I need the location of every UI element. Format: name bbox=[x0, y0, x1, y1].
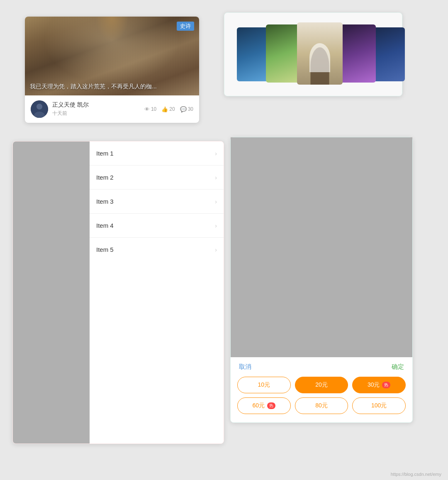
payment-100-button[interactable]: 100元 bbox=[352, 397, 406, 414]
cropper-image-area bbox=[231, 137, 412, 357]
likes-count: 20 bbox=[169, 106, 175, 112]
payment-10-label: 10元 bbox=[258, 381, 270, 389]
list-item[interactable]: Item 2 › bbox=[90, 166, 224, 190]
payment-100-label: 100元 bbox=[371, 402, 387, 409]
payment-20-button[interactable]: 20元 bbox=[295, 377, 348, 393]
cancel-button[interactable]: 取消 bbox=[239, 363, 251, 371]
page-wrapper: 史诗 我已天理为凭，踏入这片荒芜，不再受凡人的枷... 正义天使 凯尔 十天前 … bbox=[0, 0, 448, 480]
list-card: Item 1 › Item 2 › Item 3 › Item 4 › Item… bbox=[12, 141, 224, 444]
author-info: 正义天使 凯尔 十天前 bbox=[52, 101, 140, 117]
list-item[interactable]: Item 4 › bbox=[90, 214, 224, 238]
like-icon: 👍 bbox=[161, 106, 168, 112]
article-stats: 👁 10 👍 20 💬 30 bbox=[144, 106, 193, 112]
article-date: 十天前 bbox=[52, 110, 140, 117]
chevron-right-icon: › bbox=[215, 198, 217, 205]
payment-60-label: 60元 bbox=[253, 402, 265, 409]
article-image: 史诗 我已天理为凭，踏入这片荒芜，不再受凡人的枷... bbox=[25, 17, 199, 95]
payment-30-button[interactable]: 30元 热 bbox=[352, 377, 406, 393]
gallery-image-1 bbox=[237, 27, 270, 81]
chevron-right-icon: › bbox=[215, 150, 217, 157]
avatar bbox=[31, 100, 48, 118]
payment-80-label: 80元 bbox=[315, 402, 328, 409]
eye-icon: 👁 bbox=[144, 106, 150, 112]
page-url: https://blog.csdn.net/emy bbox=[391, 472, 441, 477]
payment-30-label: 30元 bbox=[368, 381, 380, 389]
chevron-right-icon: › bbox=[215, 174, 217, 181]
list-item[interactable]: Item 5 › bbox=[90, 238, 224, 261]
views-stat: 👁 10 bbox=[144, 106, 156, 112]
list-item[interactable]: Item 1 › bbox=[90, 141, 224, 166]
comment-icon: 💬 bbox=[180, 106, 187, 112]
chandelier-decoration bbox=[95, 17, 129, 41]
list-sidebar bbox=[13, 141, 90, 443]
article-card: 史诗 我已天理为凭，踏入这片荒芜，不再受凡人的枷... 正义天使 凯尔 十天前 … bbox=[25, 17, 199, 123]
gallery-image-5 bbox=[372, 27, 405, 81]
list-item-label: Item 3 bbox=[96, 198, 114, 205]
confirm-button[interactable]: 确定 bbox=[392, 363, 404, 371]
payment-30-badge: 热 bbox=[382, 382, 390, 388]
payment-60-badge: 热 bbox=[267, 402, 275, 409]
payment-10-button[interactable]: 10元 bbox=[237, 377, 291, 393]
gallery-images bbox=[233, 21, 394, 88]
article-badge: 史诗 bbox=[177, 22, 194, 31]
svg-point-1 bbox=[37, 104, 42, 110]
couple-figure bbox=[311, 47, 329, 85]
list-content: Item 1 › Item 2 › Item 3 › Item 4 › Item… bbox=[90, 141, 224, 443]
gallery-image-3 bbox=[297, 22, 343, 85]
payment-grid: 10元 20元 30元 热 60元 热 80元 100元 bbox=[231, 377, 412, 414]
list-item-label: Item 1 bbox=[96, 150, 114, 157]
gallery-image-4 bbox=[338, 24, 376, 83]
payment-80-button[interactable]: 80元 bbox=[295, 397, 348, 414]
list-item-label: Item 5 bbox=[96, 246, 114, 253]
views-count: 10 bbox=[151, 106, 156, 112]
author-name: 正义天使 凯尔 bbox=[52, 101, 140, 109]
chevron-right-icon: › bbox=[215, 246, 217, 253]
payment-20-label: 20元 bbox=[315, 381, 328, 389]
cropper-card: 取消 确定 10元 20元 30元 热 60元 热 80元 100元 bbox=[230, 137, 413, 423]
cropper-actions: 取消 确定 bbox=[231, 357, 412, 377]
list-item-label: Item 4 bbox=[96, 222, 114, 229]
payment-60-button[interactable]: 60元 热 bbox=[237, 397, 291, 414]
chevron-right-icon: › bbox=[215, 222, 217, 229]
comments-count: 30 bbox=[188, 106, 193, 112]
likes-stat: 👍 20 bbox=[161, 106, 175, 112]
article-overlay-text: 我已天理为凭，踏入这片荒芜，不再受凡人的枷... bbox=[30, 83, 194, 90]
list-item-label: Item 2 bbox=[96, 174, 114, 181]
gallery-card bbox=[224, 12, 402, 96]
comments-stat: 💬 30 bbox=[180, 106, 193, 112]
list-item[interactable]: Item 3 › bbox=[90, 190, 224, 214]
article-meta: 正义天使 凯尔 十天前 👁 10 👍 20 💬 30 bbox=[25, 95, 199, 123]
